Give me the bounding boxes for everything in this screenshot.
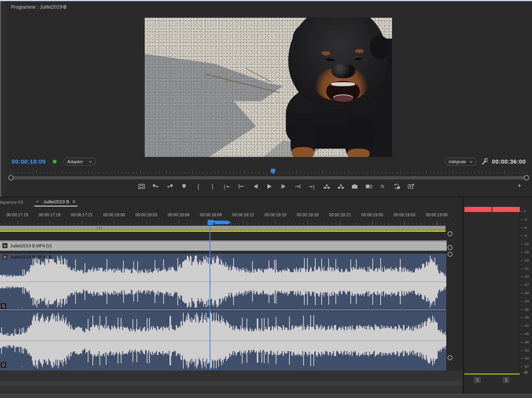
step-forward-button[interactable] <box>279 182 289 191</box>
ruler-tick-minor <box>251 223 252 225</box>
track-resize-handle[interactable] <box>447 252 453 257</box>
ruler-tick-minor <box>291 223 292 225</box>
ruler-tick <box>464 172 464 174</box>
ruler-tick-minor <box>424 223 425 225</box>
tab-juillet2019b[interactable]: Juillet2019 B <box>43 199 69 204</box>
add-marker-button[interactable] <box>179 182 189 191</box>
go-to-previous-marker-button[interactable] <box>151 182 161 191</box>
mark-in-button[interactable]: { <box>193 182 204 191</box>
program-scrollbar-handle-right[interactable] <box>524 175 529 181</box>
zoom-fit-dropdown[interactable]: Adapter <box>63 158 96 166</box>
zoom-scrollbar-grip[interactable] <box>97 227 102 229</box>
meter-scale-label: -15 <box>524 250 529 254</box>
go-to-out-button[interactable]: } <box>307 182 317 191</box>
compare-views-button[interactable] <box>364 182 374 191</box>
chevron-down-icon <box>469 161 473 163</box>
video-preview[interactable] <box>145 18 392 157</box>
multi-camera-button[interactable] <box>392 182 402 191</box>
ruler-tick <box>482 172 482 174</box>
channel-divider <box>0 310 446 311</box>
ruler-tick <box>77 172 77 174</box>
timeline-zoom-scrollbar[interactable] <box>0 226 445 230</box>
meter-scale-label: 0 <box>524 209 526 213</box>
meter-tick-minor <box>520 289 521 289</box>
ruler-tick <box>486 172 486 174</box>
ruler-tick-minor <box>70 223 70 225</box>
dog-mouth <box>326 81 360 103</box>
program-scrollbar[interactable] <box>12 176 526 179</box>
ruler-tick-minor <box>380 223 381 225</box>
ruler-tick <box>479 170 479 174</box>
render-bar <box>0 230 445 232</box>
playhead-head[interactable] <box>208 220 214 225</box>
ruler-tick-minor <box>429 223 429 225</box>
settings-wrench-icon[interactable] <box>481 158 489 167</box>
add-button[interactable]: + <box>517 182 521 189</box>
go-to-previous-edit-button[interactable] <box>236 182 246 191</box>
ruler-tick-minor <box>187 223 187 225</box>
mark-out-button[interactable]: } <box>208 182 218 191</box>
track-resize-handle[interactable] <box>447 355 453 360</box>
ruler-tick-minor <box>158 223 159 225</box>
ruler-tick <box>382 172 382 174</box>
overwrite-button[interactable] <box>336 182 346 191</box>
program-panel-menu-icon[interactable]: ≡ <box>63 4 66 10</box>
solo-button-right[interactable]: S <box>503 377 509 383</box>
ruler-tick <box>166 170 167 174</box>
meter-scale-label: dB <box>524 370 528 374</box>
meter-scale-label: -36 <box>524 308 529 311</box>
tab-sequence-03[interactable]: Séquence 03 <box>0 200 23 205</box>
ruler-tick-minor <box>396 223 397 225</box>
ruler-tick-minor <box>1 223 2 225</box>
ruler-timecode-label: 00:00:17:15 <box>6 212 28 217</box>
ruler-tick <box>215 172 215 174</box>
ruler-tick-minor <box>78 223 78 225</box>
meter-scale-label: -12 <box>524 242 529 246</box>
channel-dot <box>22 307 22 308</box>
track-resize-handle[interactable] <box>447 245 453 250</box>
window-bottom-edge <box>0 394 532 398</box>
panel-left-edge[interactable] <box>0 1 6 197</box>
timeline-horizontal-scrollbar[interactable] <box>0 381 462 386</box>
program-scrollbar-handle-left[interactable] <box>8 175 14 181</box>
timeline-menu-icon[interactable]: ≡ <box>72 199 75 205</box>
play-button[interactable] <box>264 182 274 191</box>
safe-margins-button[interactable] <box>136 182 147 191</box>
solo-button-left[interactable]: S <box>474 377 480 383</box>
current-timecode[interactable]: 00:00:18:09 <box>12 158 46 165</box>
ruler-tick <box>144 172 144 174</box>
ruler-tick <box>99 172 100 174</box>
ruler-tick <box>419 172 420 174</box>
ruler-tick <box>397 172 397 174</box>
export-frame-button[interactable] <box>350 182 360 191</box>
playback-resolution-dropdown[interactable]: Intégrale <box>445 158 477 166</box>
ruler-tick <box>226 172 226 174</box>
export-media-button[interactable] <box>406 182 416 191</box>
meter-tick-major <box>520 228 523 228</box>
insert-button[interactable] <box>322 182 332 191</box>
ruler-tick <box>385 172 386 174</box>
go-to-next-marker-button[interactable] <box>165 182 175 191</box>
playhead-line[interactable] <box>210 225 210 379</box>
ruler-tick-minor <box>392 223 392 225</box>
ruler-tick-minor <box>42 223 42 225</box>
ruler-tick-minor <box>74 223 74 225</box>
program-mini-ruler[interactable] <box>7 168 530 175</box>
tab-close-icon[interactable]: × <box>36 199 39 205</box>
audio-track-clip[interactable]: fx Juillet2019 B.MP4 [A] G D <box>0 254 446 370</box>
ruler-tick <box>426 170 427 174</box>
go-to-in-button[interactable]: { <box>222 182 232 191</box>
ruler-tick-minor <box>50 223 50 225</box>
video-track-clip[interactable]: fx Juillet2019 B.MP4 [V] <box>0 240 447 251</box>
ruler-tick-minor <box>175 223 175 225</box>
ruler-tick <box>374 170 375 174</box>
playhead-flag[interactable] <box>214 221 231 224</box>
ruler-tick-minor <box>259 223 260 225</box>
effects-button[interactable]: fx <box>378 182 388 191</box>
track-resize-handle[interactable] <box>447 231 453 236</box>
ruler-tick-minor <box>21 223 22 225</box>
step-back-button[interactable] <box>250 182 260 191</box>
go-to-next-edit-button[interactable] <box>293 182 303 191</box>
ruler-tick <box>438 172 438 174</box>
panel-divider[interactable] <box>0 197 532 197</box>
